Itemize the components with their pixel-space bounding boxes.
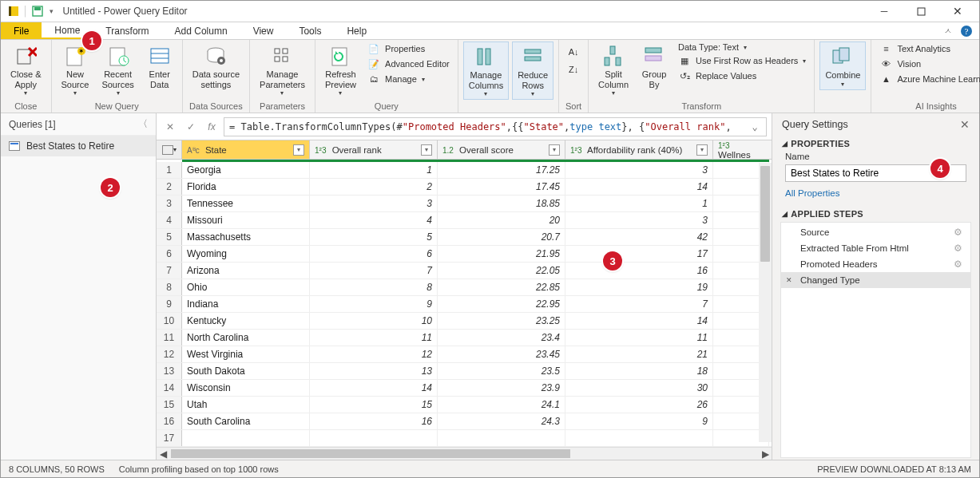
cell-state[interactable]: South Dakota bbox=[182, 363, 310, 379]
step-gear-icon[interactable]: ⚙ bbox=[954, 227, 962, 238]
table-row[interactable]: 3Tennessee318.851 bbox=[157, 196, 772, 212]
applied-step[interactable]: Changed Type bbox=[781, 272, 970, 288]
step-gear-icon[interactable]: ⚙ bbox=[954, 259, 962, 270]
manage-columns-button[interactable]: Manage Columns▾ bbox=[463, 41, 509, 100]
cell-state[interactable]: Tennessee bbox=[182, 196, 310, 211]
tab-file[interactable]: File bbox=[1, 22, 42, 39]
table-row[interactable]: 7Arizona722.0516 bbox=[157, 263, 772, 279]
enter-data-button[interactable]: Enter Data bbox=[142, 41, 177, 91]
cell-state[interactable] bbox=[182, 430, 310, 446]
close-settings-icon[interactable]: ✕ bbox=[960, 118, 970, 131]
tab-view[interactable]: View bbox=[240, 22, 287, 39]
cell-rank[interactable]: 11 bbox=[310, 330, 438, 346]
col-header-overall-score[interactable]: 1.2 Overall score ▾ bbox=[438, 140, 565, 159]
cell-state[interactable]: Massachusetts bbox=[182, 229, 310, 245]
filter-icon[interactable]: ▾ bbox=[421, 144, 432, 156]
tab-tools[interactable]: Tools bbox=[286, 22, 334, 39]
cell-rank[interactable]: 14 bbox=[310, 380, 438, 396]
cell-state[interactable]: Kentucky bbox=[182, 313, 310, 329]
table-row[interactable]: 4Missouri4203 bbox=[157, 212, 772, 229]
refresh-preview-button[interactable]: Refresh Preview▾ bbox=[320, 41, 361, 98]
help-icon[interactable]: ? bbox=[960, 25, 973, 38]
cell-affordability[interactable] bbox=[565, 430, 713, 446]
table-row[interactable]: 1Georgia117.253 bbox=[157, 162, 772, 179]
recent-sources-button[interactable]: Recent Sources▾ bbox=[97, 41, 138, 98]
cell-state[interactable]: Arizona bbox=[182, 263, 310, 279]
cell-rank[interactable]: 4 bbox=[310, 212, 438, 228]
tab-help[interactable]: Help bbox=[334, 22, 379, 39]
cell-score[interactable]: 22.95 bbox=[438, 296, 565, 312]
cell-affordability[interactable]: 17 bbox=[565, 246, 713, 262]
col-header-overall-rank[interactable]: 1²3 Overall rank ▾ bbox=[310, 140, 438, 159]
cell-affordability[interactable]: 16 bbox=[565, 263, 713, 279]
table-row[interactable]: 17 bbox=[157, 430, 772, 447]
cell-score[interactable]: 23.25 bbox=[438, 313, 565, 329]
cell-score[interactable]: 24.3 bbox=[438, 413, 565, 429]
qat-dropdown-icon[interactable]: ▾ bbox=[46, 7, 57, 15]
table-row[interactable]: 13South Dakota1323.518 bbox=[157, 363, 772, 380]
table-row[interactable]: 15Utah1524.126 bbox=[157, 397, 772, 413]
cell-rank[interactable]: 5 bbox=[310, 229, 438, 245]
cell-rank[interactable]: 1 bbox=[310, 162, 438, 178]
cell-state[interactable]: Georgia bbox=[182, 162, 310, 178]
table-row[interactable]: 8Ohio822.8519 bbox=[157, 279, 772, 296]
collapse-ribbon-icon[interactable]: ㅅ bbox=[944, 26, 952, 37]
applied-step[interactable]: Source⚙ bbox=[781, 224, 970, 240]
close-and-apply-button[interactable]: Close & Apply▾ bbox=[6, 41, 46, 98]
cell-state[interactable]: Wisconsin bbox=[182, 380, 310, 396]
cell-rank[interactable]: 7 bbox=[310, 263, 438, 279]
cell-affordability[interactable]: 42 bbox=[565, 229, 713, 245]
close-window-button[interactable]: ✕ bbox=[939, 1, 976, 22]
table-row[interactable]: 10Kentucky1023.2514 bbox=[157, 313, 772, 330]
table-row[interactable]: 14Wisconsin1423.930 bbox=[157, 380, 772, 397]
applied-step[interactable]: Promoted Headers⚙ bbox=[781, 256, 970, 272]
cell-score[interactable]: 23.45 bbox=[438, 346, 565, 362]
cell-rank[interactable]: 3 bbox=[310, 196, 438, 211]
query-item[interactable]: Best States to Retire bbox=[1, 136, 156, 156]
cell-affordability[interactable]: 9 bbox=[565, 413, 713, 429]
cell-score[interactable]: 20.7 bbox=[438, 229, 565, 245]
cell-state[interactable]: Florida bbox=[182, 179, 310, 195]
cell-state[interactable]: Missouri bbox=[182, 212, 310, 228]
azure-ml-button[interactable]: ▲Azure Machine Learning bbox=[876, 72, 980, 86]
filter-icon[interactable]: ▾ bbox=[549, 144, 560, 156]
advanced-editor-button[interactable]: 📝Advanced Editor bbox=[364, 57, 453, 71]
cell-score[interactable]: 22.85 bbox=[438, 279, 565, 295]
table-row[interactable]: 2Florida217.4514 bbox=[157, 179, 772, 196]
table-row[interactable]: 16South Carolina1624.39 bbox=[157, 413, 772, 430]
formula-input[interactable]: = Table.TransformColumnTypes(#"Promoted … bbox=[224, 117, 767, 136]
cell-score[interactable]: 17.25 bbox=[438, 162, 565, 178]
vertical-scrollbar[interactable] bbox=[759, 163, 772, 442]
cell-state[interactable]: Indiana bbox=[182, 296, 310, 312]
combine-button[interactable]: Combine▾ bbox=[819, 41, 866, 90]
group-by-button[interactable]: Group By bbox=[637, 41, 672, 91]
cell-rank[interactable] bbox=[310, 430, 438, 446]
cell-score[interactable]: 18.85 bbox=[438, 196, 565, 211]
col-header-affordability[interactable]: 1²3 Affordability rank (40%) ▾ bbox=[565, 140, 713, 159]
cell-affordability[interactable]: 14 bbox=[565, 179, 713, 195]
table-row[interactable]: 9Indiana922.957 bbox=[157, 296, 772, 313]
tab-transform[interactable]: Transform bbox=[93, 22, 161, 39]
save-icon[interactable] bbox=[32, 6, 43, 17]
cell-state[interactable]: Utah bbox=[182, 397, 310, 413]
cell-rank[interactable]: 6 bbox=[310, 246, 438, 262]
data-source-settings-button[interactable]: Data source settings bbox=[188, 41, 244, 91]
step-gear-icon[interactable]: ⚙ bbox=[954, 243, 962, 254]
cell-state[interactable]: West Virginia bbox=[182, 346, 310, 362]
cell-affordability[interactable]: 1 bbox=[565, 196, 713, 211]
properties-section[interactable]: PROPERTIES bbox=[791, 139, 850, 148]
cell-score[interactable]: 21.95 bbox=[438, 246, 565, 262]
table-row[interactable]: 12West Virginia1223.4521 bbox=[157, 346, 772, 363]
table-row[interactable]: 11North Carolina1123.411 bbox=[157, 330, 772, 346]
cell-rank[interactable]: 9 bbox=[310, 296, 438, 312]
cell-state[interactable]: North Carolina bbox=[182, 330, 310, 346]
collapse-queries-icon[interactable]: 〈 bbox=[138, 117, 148, 131]
fx-icon[interactable]: fx bbox=[203, 118, 220, 136]
cell-affordability[interactable]: 14 bbox=[565, 313, 713, 329]
cell-score[interactable] bbox=[438, 430, 565, 446]
cell-rank[interactable]: 16 bbox=[310, 413, 438, 429]
cell-score[interactable]: 23.5 bbox=[438, 363, 565, 379]
applied-step[interactable]: Extracted Table From Html⚙ bbox=[781, 240, 970, 256]
sort-desc-button[interactable]: Z↓ bbox=[564, 62, 583, 77]
filter-icon[interactable]: ▾ bbox=[696, 144, 708, 156]
